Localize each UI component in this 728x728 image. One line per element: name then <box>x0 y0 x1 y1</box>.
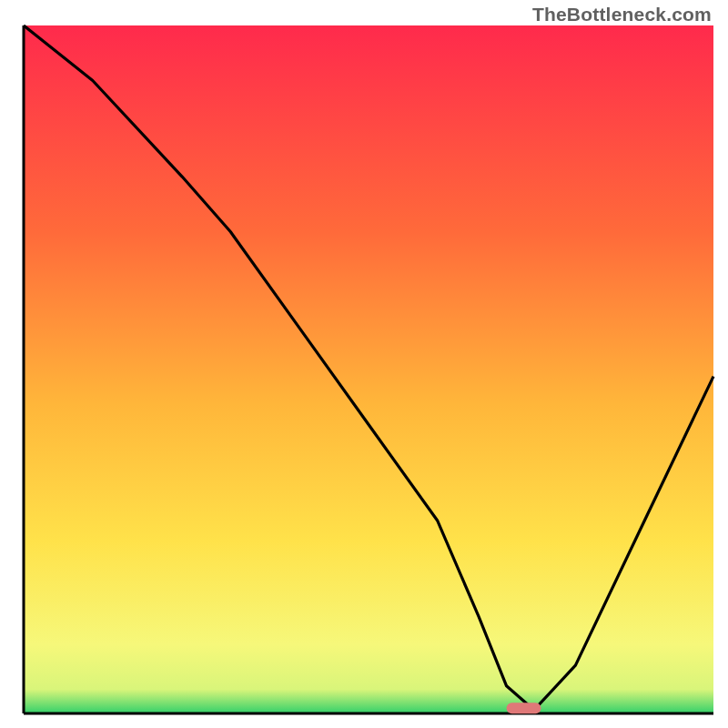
optimal-marker <box>507 703 541 713</box>
watermark-label: TheBottleneck.com <box>532 4 712 25</box>
bottleneck-chart <box>0 0 728 728</box>
chart-container: TheBottleneck.com <box>0 0 728 728</box>
gradient-background <box>24 25 713 713</box>
